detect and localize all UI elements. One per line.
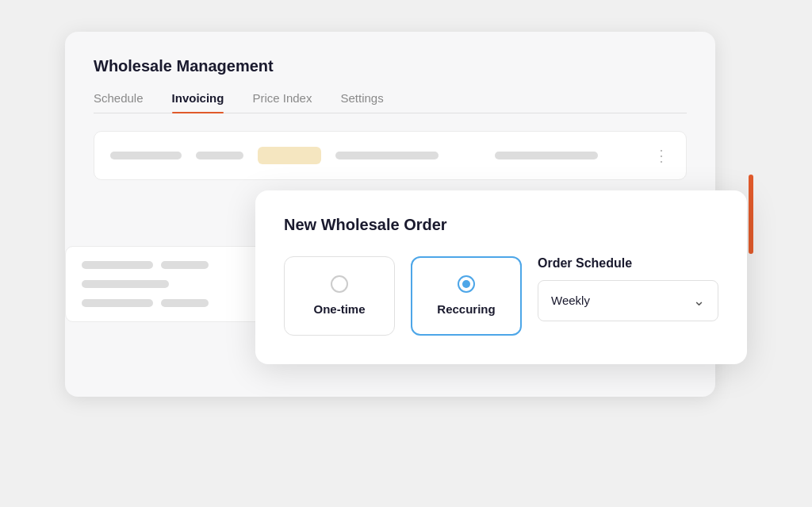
sub-row-1 xyxy=(82,261,255,269)
placeholder-bar-3 xyxy=(335,152,439,159)
sub-row-3 xyxy=(82,299,255,307)
sub-bar-1a xyxy=(82,261,153,269)
tab-nav: Schedule Invoicing Price Index Settings xyxy=(94,91,687,113)
order-schedule-section: Order Schedule Weekly ⌄ xyxy=(538,256,718,321)
placeholder-bar-highlighted xyxy=(258,147,321,164)
placeholder-bar-2 xyxy=(196,152,243,159)
modal-title: New Wholesale Order xyxy=(284,216,718,234)
sub-card-left xyxy=(65,246,271,322)
more-options-icon[interactable]: ⋮ xyxy=(653,146,670,165)
tab-invoicing[interactable]: Invoicing xyxy=(172,91,224,113)
new-wholesale-order-modal: New Wholesale Order One-time Reccuring O… xyxy=(255,190,747,364)
recurring-label: Reccuring xyxy=(437,302,495,316)
sub-bar-1b xyxy=(161,261,209,269)
sub-bar-3b xyxy=(161,299,209,307)
one-time-radio xyxy=(331,275,348,293)
one-time-label: One-time xyxy=(313,302,365,316)
modal-content: One-time Reccuring Order Schedule Weekly… xyxy=(284,256,718,336)
page-title: Wholesale Management xyxy=(94,57,687,75)
schedule-label: Order Schedule xyxy=(538,256,718,271)
one-time-button[interactable]: One-time xyxy=(284,256,395,336)
table-row: ⋮ xyxy=(94,131,687,180)
placeholder-bar-1 xyxy=(110,152,182,159)
recurring-button[interactable]: Reccuring xyxy=(411,256,522,336)
sub-bar-2 xyxy=(82,280,169,288)
schedule-dropdown[interactable]: Weekly ⌄ xyxy=(538,280,718,321)
tab-price-index[interactable]: Price Index xyxy=(252,91,312,113)
sub-row-2 xyxy=(82,280,255,288)
tab-schedule[interactable]: Schedule xyxy=(94,91,144,113)
recurring-radio xyxy=(458,275,475,293)
tab-settings[interactable]: Settings xyxy=(340,91,383,113)
chevron-down-icon: ⌄ xyxy=(693,292,705,309)
placeholder-bar-4 xyxy=(495,152,598,159)
schedule-value: Weekly xyxy=(551,294,590,307)
accent-border xyxy=(749,175,753,254)
sub-bar-3a xyxy=(82,299,153,307)
